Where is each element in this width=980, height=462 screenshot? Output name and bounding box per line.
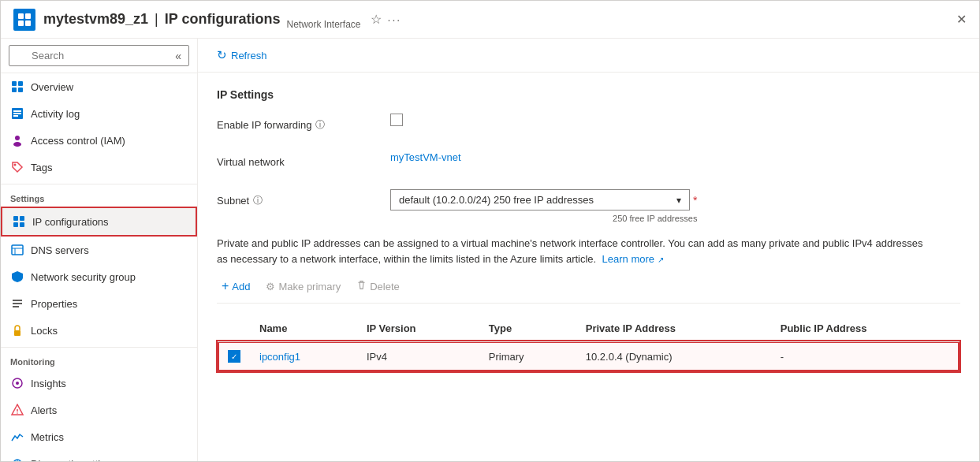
settings-section-label: Settings [1, 184, 197, 207]
sidebar: 🔍 « Overview Activity log [1, 39, 198, 461]
svg-rect-16 [20, 216, 24, 221]
add-label: Add [232, 281, 250, 292]
sidebar-item-access-control[interactable]: Access control (IAM) [1, 127, 197, 154]
col-public-ip: Public IP Address [771, 316, 960, 341]
properties-label: Properties [31, 298, 77, 310]
table-row[interactable]: ✓ ipconfig1 IPv4 Primary [218, 341, 960, 371]
app-header: mytestvm89_z1 | IP configurations Networ… [1, 1, 979, 39]
activity-log-icon [10, 106, 24, 121]
app-icon [13, 9, 35, 31]
virtual-network-link[interactable]: myTestVM-vnet [390, 151, 461, 163]
locks-label: Locks [31, 325, 58, 337]
insights-icon [10, 376, 24, 390]
sidebar-item-network-security-group[interactable]: Network security group [1, 263, 197, 290]
sidebar-item-properties[interactable]: Properties [1, 290, 197, 317]
col-type: Type [479, 316, 576, 341]
dropdown-arrow-icon: ▾ [676, 195, 681, 206]
svg-rect-23 [13, 303, 22, 304]
svg-rect-6 [12, 88, 17, 92]
insights-label: Insights [31, 378, 66, 389]
vm-name: mytestvm89_z1 [43, 11, 148, 28]
sidebar-item-activity-log[interactable]: Activity log [1, 100, 197, 127]
sidebar-item-diagnostic-settings[interactable]: Diagnostic settings [1, 450, 197, 461]
row-ip-version-cell: IPv4 [357, 341, 479, 371]
enable-ip-forwarding-value [390, 114, 960, 126]
overview-label: Overview [31, 81, 73, 93]
subnet-dropdown[interactable]: default (10.2.0.0/24) 250 free IP addres… [390, 189, 690, 211]
sidebar-search-container: 🔍 « [1, 39, 197, 73]
access-control-label: Access control (IAM) [31, 135, 125, 147]
sidebar-item-alerts[interactable]: Alerts [1, 397, 197, 423]
make-primary-label: Make primary [278, 281, 341, 292]
ip-configurations-icon [12, 214, 26, 229]
page-title: IP configurations [165, 11, 281, 28]
refresh-label: Refresh [231, 50, 267, 61]
info-text: Private and public IP addresses can be a… [217, 236, 926, 266]
svg-point-14 [14, 164, 17, 166]
locks-icon [10, 323, 24, 337]
ip-configurations-table: Name IP Version Type Private IP Address … [217, 316, 960, 372]
svg-point-29 [17, 412, 18, 414]
ipconfig-link[interactable]: ipconfig1 [259, 351, 300, 363]
subnet-label: Subnet ⓘ [217, 189, 390, 207]
svg-rect-10 [13, 113, 21, 114]
svg-rect-17 [13, 222, 18, 227]
sidebar-item-overview[interactable]: Overview [1, 73, 197, 100]
svg-point-12 [15, 136, 20, 140]
refresh-button[interactable]: ↻ Refresh [217, 45, 267, 65]
subnet-required-indicator: * [693, 194, 697, 207]
overview-icon [10, 80, 24, 94]
sidebar-collapse-icon[interactable]: « [175, 50, 181, 62]
sidebar-item-locks[interactable]: Locks [1, 317, 197, 344]
close-button[interactable]: ✕ [956, 12, 967, 27]
ip-forwarding-checkbox[interactable] [390, 114, 403, 126]
svg-rect-18 [20, 222, 24, 227]
svg-rect-7 [18, 88, 23, 92]
sidebar-item-insights[interactable]: Insights [1, 370, 197, 397]
tags-label: Tags [31, 162, 52, 173]
alerts-icon [10, 403, 24, 417]
dns-servers-label: DNS servers [31, 244, 89, 256]
more-options-icon[interactable]: ··· [388, 13, 402, 26]
virtual-network-row: Virtual network myTestVM-vnet [217, 151, 960, 177]
main-content: ↻ Refresh IP Settings Enable IP forwardi… [198, 39, 979, 461]
row-public-ip-cell: - [771, 341, 960, 371]
svg-rect-0 [18, 13, 24, 19]
subnet-info-icon: ⓘ [253, 194, 263, 207]
svg-rect-19 [12, 245, 23, 255]
tags-icon [10, 160, 24, 174]
svg-rect-11 [13, 115, 18, 117]
row-checkbox[interactable]: ✓ [228, 350, 240, 363]
col-name: Name [250, 316, 357, 341]
svg-rect-4 [12, 81, 17, 86]
delete-label: Delete [370, 281, 400, 292]
svg-rect-25 [14, 330, 20, 336]
sidebar-nav: Overview Activity log Access control (IA… [1, 73, 197, 461]
col-private-ip: Private IP Address [576, 316, 771, 341]
svg-rect-2 [18, 20, 24, 26]
svg-rect-5 [18, 81, 23, 86]
network-security-group-label: Network security group [31, 271, 136, 283]
row-type-cell: Primary [479, 341, 576, 371]
sidebar-item-metrics[interactable]: Metrics [1, 423, 197, 450]
sidebar-item-dns-servers[interactable]: DNS servers [1, 237, 197, 263]
row-private-ip-cell: 10.2.0.4 (Dynamic) [576, 341, 771, 371]
svg-rect-15 [13, 216, 18, 221]
sidebar-item-ip-configurations[interactable]: IP configurations [1, 207, 197, 237]
add-button[interactable]: + Add [217, 276, 255, 296]
svg-rect-9 [13, 110, 21, 112]
metrics-label: Metrics [31, 431, 64, 443]
make-primary-button[interactable]: ⚙ Make primary [261, 278, 345, 296]
add-icon: + [222, 279, 229, 293]
properties-icon [10, 296, 24, 311]
search-input[interactable] [9, 45, 189, 66]
learn-more-link[interactable]: Learn more ↗ [602, 253, 664, 265]
header-actions: ☆ ··· [371, 12, 402, 27]
svg-rect-1 [25, 13, 31, 19]
favorite-icon[interactable]: ☆ [371, 12, 382, 27]
row-checkbox-cell: ✓ [218, 341, 250, 371]
sidebar-item-tags[interactable]: Tags [1, 154, 197, 181]
delete-icon [356, 280, 367, 292]
access-control-icon [10, 133, 24, 147]
delete-button[interactable]: Delete [352, 277, 404, 296]
